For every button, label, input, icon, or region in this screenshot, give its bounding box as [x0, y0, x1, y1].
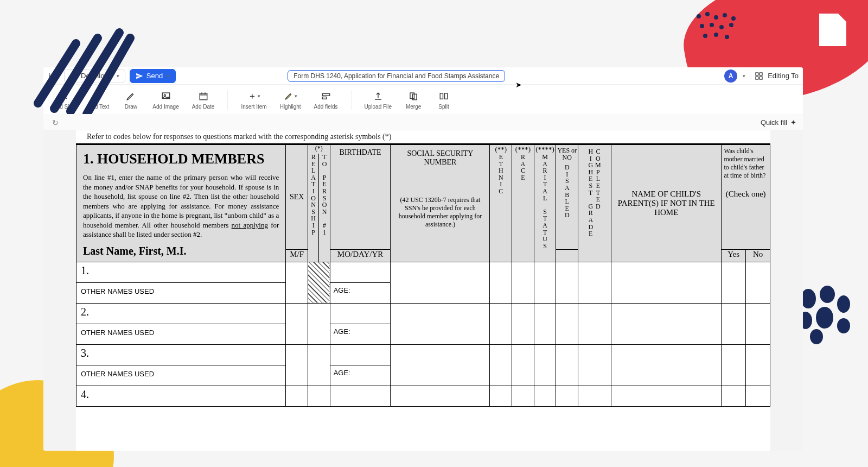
cell-ssn[interactable]: [391, 386, 490, 406]
insert-item-button[interactable]: ＋▾ Insert Item: [241, 90, 266, 110]
cell-yes[interactable]: [722, 303, 746, 344]
redo-icon[interactable]: ↻: [50, 118, 59, 127]
merge-button[interactable]: Merge: [405, 90, 422, 110]
cell-yes[interactable]: [722, 386, 746, 406]
cell-disabled[interactable]: [556, 303, 578, 344]
cell-race[interactable]: [512, 262, 534, 303]
cell-grade[interactable]: [578, 386, 611, 406]
cell-marital[interactable]: [534, 344, 556, 386]
col-mf: M/F: [286, 249, 308, 262]
add-date-button[interactable]: Add Date: [192, 90, 215, 110]
svg-rect-21: [756, 77, 758, 79]
cell-disabled[interactable]: [556, 262, 578, 303]
cell-disabled[interactable]: [556, 344, 578, 386]
cell-sex[interactable]: [286, 303, 308, 344]
split-icon: [435, 90, 452, 103]
document-viewport[interactable]: Refer to codes below for responses to qu…: [43, 130, 803, 451]
cell-no[interactable]: [746, 303, 770, 344]
upload-file-button[interactable]: Upload File: [365, 90, 392, 110]
cell-race[interactable]: [512, 386, 534, 406]
cell-relationship[interactable]: [308, 344, 330, 386]
decorative-scribble: [27, 27, 136, 114]
cell-sex[interactable]: [286, 262, 308, 303]
col-race: RACE: [512, 154, 534, 262]
send-button[interactable]: Send ▾: [130, 69, 176, 83]
row-number[interactable]: 4.: [76, 386, 286, 406]
svg-rect-31: [445, 93, 448, 99]
cell-birthdate[interactable]: [330, 386, 391, 406]
editing-tools-icon[interactable]: [755, 72, 763, 80]
cell-birthdate[interactable]: [330, 344, 391, 365]
cell-yes[interactable]: [722, 344, 746, 386]
cell-ssn[interactable]: [391, 303, 490, 344]
cell-grade[interactable]: [578, 262, 611, 303]
row-number[interactable]: 3.: [76, 344, 286, 365]
highlighter-icon: ▾: [282, 90, 299, 103]
svg-point-8: [729, 23, 733, 27]
cell-ssn[interactable]: [391, 344, 490, 386]
highlight-button[interactable]: ▾ Highlight: [280, 90, 301, 110]
cell-age[interactable]: AGE:: [330, 282, 391, 303]
row-number[interactable]: 2.: [76, 303, 286, 324]
cell-marital[interactable]: [534, 303, 556, 344]
col-to-person: TO PERSON #1: [319, 154, 330, 262]
cell-grade[interactable]: [578, 344, 611, 386]
col-ssn-note: (42 USC 1320b-7 requires that SSN's be p…: [391, 169, 489, 231]
cell-relationship[interactable]: [308, 386, 330, 406]
svg-point-2: [714, 15, 718, 20]
svg-point-4: [731, 16, 736, 21]
col-married-question: Was child's mother married to child's fa…: [722, 145, 770, 250]
cell-parent[interactable]: [611, 386, 722, 406]
svg-point-18: [810, 329, 823, 344]
editing-tools-label[interactable]: Editing To: [768, 72, 799, 80]
cell-ethnic[interactable]: [490, 386, 512, 406]
cell-race[interactable]: [512, 344, 534, 386]
table-row: 1.: [76, 262, 770, 282]
cell-ethnic[interactable]: [490, 344, 512, 386]
cell-ssn[interactable]: [391, 262, 490, 303]
row-number[interactable]: 1.: [76, 262, 286, 282]
cell-birthdate[interactable]: [330, 262, 391, 282]
fields-icon: [317, 90, 335, 103]
cell-sex[interactable]: [286, 344, 308, 386]
cell-marital[interactable]: [534, 262, 556, 303]
col-ethnic: ETHNIC: [490, 154, 512, 262]
cell-other-names[interactable]: OTHER NAMES USED: [76, 324, 286, 344]
add-fields-button[interactable]: Add fields: [314, 90, 338, 110]
cell-marital[interactable]: [534, 386, 556, 406]
cell-parent[interactable]: [611, 262, 722, 303]
sparkle-icon: ✦: [790, 118, 796, 127]
avatar[interactable]: A: [724, 70, 737, 83]
quick-fill-button[interactable]: Quick fill: [761, 118, 787, 127]
cell-relationship[interactable]: [308, 303, 330, 344]
cell-grade[interactable]: [578, 303, 611, 344]
chevron-down-icon[interactable]: ▾: [743, 73, 745, 79]
cell-yes[interactable]: [722, 262, 746, 303]
cell-race[interactable]: [512, 303, 534, 344]
section-number: 1.: [83, 151, 94, 167]
document-title-input[interactable]: Form DHS 1240, Application for Financial…: [288, 70, 505, 82]
cell-disabled[interactable]: [556, 386, 578, 406]
cell-birthdate[interactable]: [330, 303, 391, 324]
cell-ethnic[interactable]: [490, 303, 512, 344]
add-image-button[interactable]: Add Image: [152, 90, 178, 110]
cell-other-names[interactable]: OTHER NAMES USED: [76, 282, 286, 303]
cell-parent[interactable]: [611, 344, 722, 386]
cell-parent[interactable]: [611, 303, 722, 344]
svg-rect-22: [760, 77, 762, 79]
cell-age[interactable]: AGE:: [330, 324, 391, 344]
cell-no[interactable]: [746, 386, 770, 406]
cell-other-names[interactable]: OTHER NAMES USED: [76, 365, 286, 386]
col-yes: Yes: [722, 249, 746, 262]
subbar: ↻ Quick fill ✦: [43, 115, 803, 130]
cell-ethnic[interactable]: [490, 262, 512, 303]
cell-sex[interactable]: [286, 386, 308, 406]
cell-no[interactable]: [746, 262, 770, 303]
col-marital: MARITAL STATUS: [534, 154, 556, 262]
col-relationship: RELATIONSHIP: [308, 154, 318, 262]
col-modayyr: MO/DAY/YR: [330, 249, 391, 262]
cell-no[interactable]: [746, 344, 770, 386]
calendar-icon: [195, 90, 212, 103]
cell-age[interactable]: AGE:: [330, 365, 391, 386]
split-button[interactable]: Split: [435, 90, 452, 110]
